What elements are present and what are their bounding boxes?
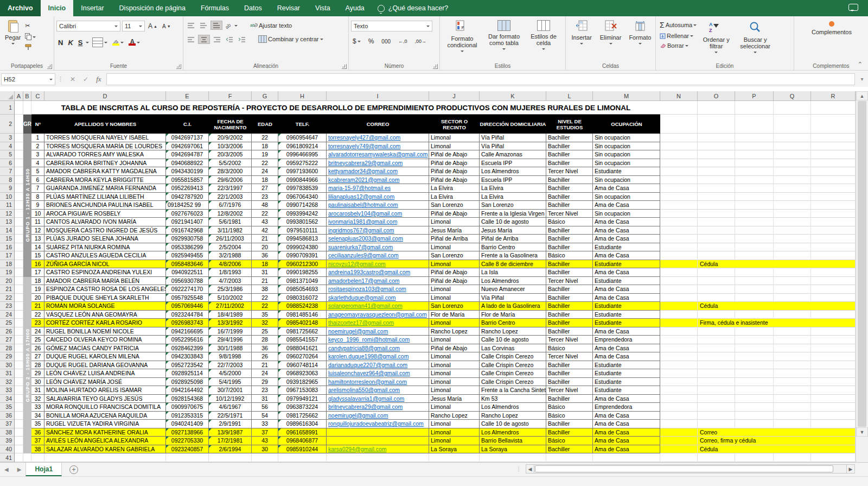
cell-G11[interactable]: 48 [252, 201, 278, 210]
cell-E13[interactable]: 0921941407 [166, 218, 209, 226]
new-sheet-button[interactable]: + [69, 465, 78, 474]
cell-E16[interactable]: 0953386299 [166, 243, 209, 252]
cell-H27[interactable]: 0985541557 [278, 336, 327, 344]
cell-G32[interactable]: 29 [252, 378, 278, 387]
cell-J27[interactable]: Limonal [429, 336, 480, 344]
cell-C30[interactable]: 28 [31, 361, 44, 370]
cell-I32[interactable]: hamiltontorresleon@gmail.com [327, 378, 429, 387]
cell-A3[interactable] [15, 134, 23, 142]
cell-R5[interactable] [811, 150, 856, 159]
cell-K9[interactable]: La Elvira [480, 184, 546, 193]
cell-A35[interactable] [15, 403, 23, 412]
cell-O17[interactable] [698, 251, 735, 260]
cell-K12[interactable]: Frente a la Iglesia Virgen [480, 210, 546, 218]
cell-O8[interactable] [698, 176, 735, 185]
cell-C37[interactable]: 35 [31, 420, 44, 428]
cell-H26[interactable]: 0981725662 [278, 327, 327, 336]
cell-Q6[interactable] [774, 159, 811, 168]
cell-A24[interactable] [15, 311, 23, 319]
addins-button[interactable]: Complementos [796, 20, 867, 37]
cell-Q12[interactable] [774, 210, 811, 218]
cell-Q30[interactable] [774, 361, 811, 370]
cell-E17[interactable]: 0925949455 [166, 251, 209, 260]
cell-P10[interactable] [735, 193, 774, 201]
font-size-combo[interactable]: 11 [122, 21, 145, 31]
cell-Q31[interactable] [774, 369, 811, 378]
cell-L10[interactable]: Bachiller [546, 193, 593, 201]
cell-K16[interactable]: Barrio Centro [480, 243, 546, 252]
cell-R34[interactable] [811, 395, 856, 403]
cell-F28[interactable]: 30/1/1988 [209, 344, 252, 353]
cell-N28[interactable] [660, 344, 698, 353]
cell-M35[interactable]: Emprendedora [593, 403, 660, 412]
cell-E8[interactable]: 0955815857 [166, 176, 209, 185]
cell-E27[interactable]: 0952295616 [166, 336, 209, 344]
cell-I5[interactable]: alvaradotorresamywaleska@gmail.com [327, 150, 429, 159]
cell-J31[interactable]: Limonal [429, 369, 480, 378]
cell-I35[interactable]: britneycabrera29@gmail.com [327, 403, 429, 412]
cell-M21[interactable]: Ama de Casa [593, 285, 660, 294]
scroll-left-icon[interactable]: ◀ [526, 464, 534, 474]
cell-O6[interactable] [698, 159, 735, 168]
cell-K19[interactable]: La Isla [480, 268, 546, 277]
cell-N15[interactable] [660, 235, 698, 243]
cell-A12[interactable] [15, 210, 23, 218]
cell-E9[interactable]: 0952269413 [166, 184, 209, 193]
cell-D10[interactable]: PLÚAS MARTÍNEZ LILIANA LILIBETH [44, 193, 166, 201]
email-link[interactable]: hamiltontorresleon@gmail.com [328, 378, 407, 385]
cell-I30[interactable]: darianaduque2207@gmail.com [327, 361, 429, 370]
cell-N35[interactable] [660, 403, 698, 412]
italic-button[interactable]: K [66, 37, 74, 48]
cell-H12[interactable]: 0993994242 [278, 210, 327, 218]
cell-E15[interactable]: 0929930758 [166, 235, 209, 243]
cell-N14[interactable] [660, 226, 698, 235]
underline-button[interactable]: S [76, 37, 85, 48]
cell-M17[interactable]: Ama de Casa [593, 251, 660, 260]
cell-P15[interactable] [735, 235, 774, 243]
cell-J29[interactable]: Limonal [429, 352, 480, 361]
cell-I16[interactable]: suareniurka7@gmail.com [327, 243, 429, 252]
cell-C15[interactable]: 13 [31, 235, 44, 243]
email-link[interactable]: selenapluas2003@gmail.com [328, 235, 403, 242]
col-header-B[interactable]: B [23, 91, 31, 101]
cell-M3[interactable]: Sin ocupacion [593, 134, 660, 142]
cell-D3[interactable]: TORRES MOSQUERA NAYELY ISABEL [44, 134, 166, 142]
cell-L23[interactable]: Bachiller [546, 302, 593, 311]
group2-band[interactable]: GRUPO 2 - 15H00 A 17H00 [23, 277, 31, 454]
cell-L24[interactable]: Bachiller [546, 311, 593, 319]
row-header-20[interactable]: 20 [0, 277, 15, 286]
cell-D16[interactable]: SUÁREZ PITA NIURKA ROMINA [44, 243, 166, 252]
cell-C25[interactable]: 23 [31, 319, 44, 327]
cell-F3[interactable]: 20/9/2002 [209, 134, 252, 142]
cell-P31[interactable] [735, 369, 774, 378]
cancel-entry-button[interactable]: ✕ [66, 75, 79, 83]
cell-R33[interactable] [811, 386, 856, 395]
row-header-9[interactable]: 9 [0, 184, 15, 193]
cell-I9[interactable]: maria-15-97@hotmail.es [327, 184, 429, 193]
row-header-28[interactable]: 28 [0, 344, 15, 353]
cell-M18[interactable]: Estudiante [593, 260, 660, 269]
cell-J3[interactable]: Limonal [429, 134, 480, 142]
col-header-N[interactable]: N [660, 91, 698, 101]
cell-P30[interactable] [735, 361, 774, 370]
cell-J19[interactable]: Piñal de Abajo [429, 268, 480, 277]
font-dialog-launcher[interactable] [176, 64, 181, 69]
clear-button[interactable]: Borrar [658, 41, 698, 50]
cell-M40[interactable]: Ama de Casa [593, 445, 660, 454]
cell-R15[interactable] [811, 235, 856, 243]
cell-I26[interactable]: noemirugel@gmail.com [327, 327, 429, 336]
ribbon-tab-archivo[interactable]: Archivo [0, 0, 41, 16]
cell-K41[interactable] [480, 453, 546, 462]
cell-I18[interactable]: nicoyzu12@gmail.com [327, 260, 429, 269]
cell-M9[interactable]: Ama de Casa [593, 184, 660, 193]
cell-M16[interactable]: Estudiante [593, 243, 660, 252]
cell-O41[interactable] [698, 453, 735, 462]
cell-N32[interactable] [660, 378, 698, 387]
cell-P37[interactable] [735, 420, 774, 428]
cell-P34[interactable] [735, 395, 774, 403]
cell-G41[interactable] [252, 453, 278, 462]
cell-D28[interactable]: GÓMEZ MACÍAS CANDY PATRICIA [44, 344, 166, 353]
cell-J5[interactable]: Piñal de Abajo [429, 150, 480, 159]
cell-Q3[interactable] [774, 134, 811, 142]
cell-D13[interactable]: CANTOS ALVARADO IVON MARÍA [44, 218, 166, 226]
